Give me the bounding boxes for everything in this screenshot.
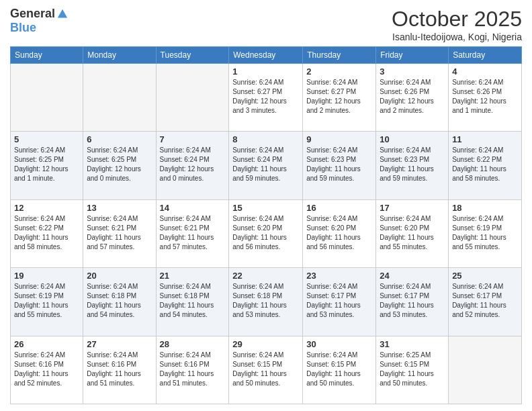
day-content: Sunrise: 6:24 AM Sunset: 6:18 PM Dayligh… <box>232 282 299 320</box>
calendar: SundayMondayTuesdayWednesdayThursdayFrid… <box>10 46 522 404</box>
day-content: Sunrise: 6:24 AM Sunset: 6:15 PM Dayligh… <box>232 351 299 388</box>
calendar-week-row: 19Sunrise: 6:24 AM Sunset: 6:19 PM Dayli… <box>11 268 522 336</box>
calendar-cell: 19Sunrise: 6:24 AM Sunset: 6:19 PM Dayli… <box>11 268 83 336</box>
day-content: Sunrise: 6:24 AM Sunset: 6:19 PM Dayligh… <box>14 282 79 320</box>
day-number: 4 <box>452 66 518 77</box>
day-number: 3 <box>380 66 445 77</box>
calendar-cell: 18Sunrise: 6:24 AM Sunset: 6:19 PM Dayli… <box>449 199 522 267</box>
logo: General Blue <box>10 7 69 35</box>
day-content: Sunrise: 6:24 AM Sunset: 6:22 PM Dayligh… <box>14 214 79 252</box>
calendar-cell: 1Sunrise: 6:24 AM Sunset: 6:27 PM Daylig… <box>229 64 303 132</box>
calendar-cell: 12Sunrise: 6:24 AM Sunset: 6:22 PM Dayli… <box>11 199 83 267</box>
calendar-cell: 8Sunrise: 6:24 AM Sunset: 6:24 PM Daylig… <box>229 132 303 199</box>
calendar-cell: 3Sunrise: 6:24 AM Sunset: 6:26 PM Daylig… <box>376 64 449 132</box>
calendar-cell: 14Sunrise: 6:24 AM Sunset: 6:21 PM Dayli… <box>156 199 229 267</box>
day-content: Sunrise: 6:24 AM Sunset: 6:23 PM Dayligh… <box>380 146 445 183</box>
day-number: 6 <box>87 134 152 144</box>
logo-blue: Blue <box>10 21 36 35</box>
calendar-cell: 22Sunrise: 6:24 AM Sunset: 6:18 PM Dayli… <box>229 268 303 336</box>
day-content: Sunrise: 6:25 AM Sunset: 6:15 PM Dayligh… <box>380 351 445 388</box>
day-content: Sunrise: 6:24 AM Sunset: 6:18 PM Dayligh… <box>87 282 152 320</box>
calendar-cell: 25Sunrise: 6:24 AM Sunset: 6:17 PM Dayli… <box>449 268 522 336</box>
day-number: 1 <box>232 66 299 77</box>
day-number: 7 <box>160 134 226 144</box>
calendar-day-header: Saturday <box>449 47 522 64</box>
calendar-day-header: Tuesday <box>156 47 229 64</box>
day-content: Sunrise: 6:24 AM Sunset: 6:18 PM Dayligh… <box>160 282 226 320</box>
day-content: Sunrise: 6:24 AM Sunset: 6:25 PM Dayligh… <box>87 146 152 183</box>
calendar-cell: 6Sunrise: 6:24 AM Sunset: 6:25 PM Daylig… <box>83 132 156 199</box>
calendar-cell: 29Sunrise: 6:24 AM Sunset: 6:15 PM Dayli… <box>229 336 303 404</box>
day-number: 24 <box>380 271 445 281</box>
month-title: October 2025 <box>392 7 522 32</box>
day-content: Sunrise: 6:24 AM Sunset: 6:20 PM Dayligh… <box>232 214 299 252</box>
logo-icon <box>56 8 69 20</box>
day-number: 30 <box>306 339 372 349</box>
location: Isanlu-Itedoijowa, Kogi, Nigeria <box>392 32 522 42</box>
day-number: 31 <box>380 339 445 349</box>
calendar-cell: 26Sunrise: 6:24 AM Sunset: 6:16 PM Dayli… <box>11 336 83 404</box>
svg-marker-0 <box>58 9 67 17</box>
calendar-cell: 11Sunrise: 6:24 AM Sunset: 6:22 PM Dayli… <box>449 132 522 199</box>
calendar-cell: 20Sunrise: 6:24 AM Sunset: 6:18 PM Dayli… <box>83 268 156 336</box>
day-number: 21 <box>160 271 226 281</box>
day-content: Sunrise: 6:24 AM Sunset: 6:24 PM Dayligh… <box>232 146 299 183</box>
day-content: Sunrise: 6:24 AM Sunset: 6:22 PM Dayligh… <box>452 146 518 183</box>
calendar-day-header: Sunday <box>11 47 83 64</box>
day-content: Sunrise: 6:24 AM Sunset: 6:21 PM Dayligh… <box>87 214 152 252</box>
day-number: 5 <box>14 134 79 144</box>
day-content: Sunrise: 6:24 AM Sunset: 6:20 PM Dayligh… <box>306 214 372 252</box>
day-number: 19 <box>14 271 79 281</box>
day-content: Sunrise: 6:24 AM Sunset: 6:24 PM Dayligh… <box>160 146 226 183</box>
calendar-cell: 13Sunrise: 6:24 AM Sunset: 6:21 PM Dayli… <box>83 199 156 267</box>
calendar-cell: 24Sunrise: 6:24 AM Sunset: 6:17 PM Dayli… <box>376 268 449 336</box>
calendar-cell: 9Sunrise: 6:24 AM Sunset: 6:23 PM Daylig… <box>303 132 376 199</box>
day-content: Sunrise: 6:24 AM Sunset: 6:25 PM Dayligh… <box>14 146 79 183</box>
day-number: 18 <box>452 203 518 213</box>
day-number: 29 <box>232 339 299 349</box>
day-number: 20 <box>87 271 152 281</box>
day-number: 26 <box>14 339 79 349</box>
day-number: 27 <box>87 339 152 349</box>
day-content: Sunrise: 6:24 AM Sunset: 6:26 PM Dayligh… <box>380 78 445 116</box>
day-content: Sunrise: 6:24 AM Sunset: 6:16 PM Dayligh… <box>160 351 226 388</box>
calendar-cell: 23Sunrise: 6:24 AM Sunset: 6:17 PM Dayli… <box>303 268 376 336</box>
header: General Blue October 2025 Isanlu-Itedoij… <box>10 7 522 42</box>
day-content: Sunrise: 6:24 AM Sunset: 6:20 PM Dayligh… <box>380 214 445 252</box>
day-content: Sunrise: 6:24 AM Sunset: 6:21 PM Dayligh… <box>160 214 226 252</box>
calendar-cell: 16Sunrise: 6:24 AM Sunset: 6:20 PM Dayli… <box>303 199 376 267</box>
day-content: Sunrise: 6:24 AM Sunset: 6:26 PM Dayligh… <box>452 78 518 116</box>
calendar-cell: 31Sunrise: 6:25 AM Sunset: 6:15 PM Dayli… <box>376 336 449 404</box>
calendar-cell: 10Sunrise: 6:24 AM Sunset: 6:23 PM Dayli… <box>376 132 449 199</box>
day-number: 25 <box>452 271 518 281</box>
calendar-week-row: 12Sunrise: 6:24 AM Sunset: 6:22 PM Dayli… <box>11 199 522 267</box>
day-content: Sunrise: 6:24 AM Sunset: 6:19 PM Dayligh… <box>452 214 518 252</box>
day-content: Sunrise: 6:24 AM Sunset: 6:27 PM Dayligh… <box>232 78 299 116</box>
calendar-cell: 17Sunrise: 6:24 AM Sunset: 6:20 PM Dayli… <box>376 199 449 267</box>
calendar-cell: 4Sunrise: 6:24 AM Sunset: 6:26 PM Daylig… <box>449 64 522 132</box>
day-content: Sunrise: 6:24 AM Sunset: 6:17 PM Dayligh… <box>380 282 445 320</box>
day-number: 12 <box>14 203 79 213</box>
calendar-day-header: Friday <box>376 47 449 64</box>
calendar-cell: 5Sunrise: 6:24 AM Sunset: 6:25 PM Daylig… <box>11 132 83 199</box>
day-content: Sunrise: 6:24 AM Sunset: 6:16 PM Dayligh… <box>87 351 152 388</box>
day-number: 9 <box>306 134 372 144</box>
day-number: 28 <box>160 339 226 349</box>
calendar-cell: 27Sunrise: 6:24 AM Sunset: 6:16 PM Dayli… <box>83 336 156 404</box>
day-content: Sunrise: 6:24 AM Sunset: 6:15 PM Dayligh… <box>306 351 372 388</box>
calendar-day-header: Thursday <box>303 47 376 64</box>
day-content: Sunrise: 6:24 AM Sunset: 6:17 PM Dayligh… <box>452 282 518 320</box>
day-content: Sunrise: 6:24 AM Sunset: 6:27 PM Dayligh… <box>306 78 372 116</box>
calendar-week-row: 5Sunrise: 6:24 AM Sunset: 6:25 PM Daylig… <box>11 132 522 199</box>
day-number: 8 <box>232 134 299 144</box>
day-number: 2 <box>306 66 372 77</box>
day-content: Sunrise: 6:24 AM Sunset: 6:23 PM Dayligh… <box>306 146 372 183</box>
calendar-day-header: Monday <box>83 47 156 64</box>
day-number: 17 <box>380 203 445 213</box>
day-number: 22 <box>232 271 299 281</box>
calendar-cell: 30Sunrise: 6:24 AM Sunset: 6:15 PM Dayli… <box>303 336 376 404</box>
calendar-cell: 2Sunrise: 6:24 AM Sunset: 6:27 PM Daylig… <box>303 64 376 132</box>
day-content: Sunrise: 6:24 AM Sunset: 6:17 PM Dayligh… <box>306 282 372 320</box>
calendar-cell: 7Sunrise: 6:24 AM Sunset: 6:24 PM Daylig… <box>156 132 229 199</box>
calendar-cell <box>156 64 229 132</box>
